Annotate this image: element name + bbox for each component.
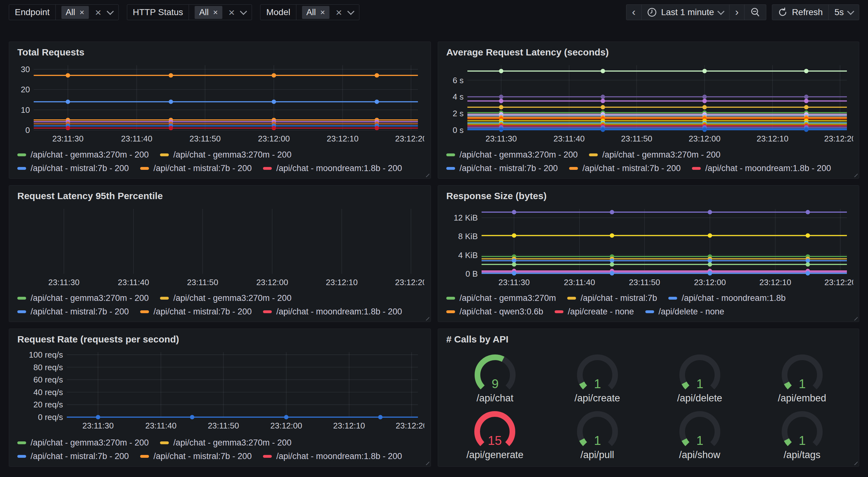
legend-item[interactable]: /api/chat - mistral:7b - 200 xyxy=(140,163,252,173)
chart-area: 23:11:3023:11:4023:11:5023:12:0023:12:10… xyxy=(444,61,853,147)
filter-chip[interactable]: All × xyxy=(195,6,222,19)
legend-item[interactable]: /api/chat - mistral:7b - 200 xyxy=(140,451,252,461)
series-point xyxy=(499,99,503,103)
y-axis-tick-label: 0 s xyxy=(453,125,464,135)
legend-label: /api/chat - mistral:7b - 200 xyxy=(582,163,681,173)
legend-item[interactable]: /api/chat - mistral:7b - 200 xyxy=(569,163,681,173)
chevron-down-icon[interactable] xyxy=(347,8,354,15)
gauge[interactable]: 1/api/show xyxy=(673,409,726,460)
series-point xyxy=(190,415,194,419)
legend-swatch xyxy=(446,167,455,170)
panel-request-rate: Request Rate (requests per second) 23:11… xyxy=(9,329,431,467)
chip-remove-icon[interactable]: × xyxy=(80,8,84,17)
panel-title[interactable]: Request Latency 95th Percentile xyxy=(17,190,425,201)
legend-item[interactable]: /api/chat - mistral:7b - 200 xyxy=(17,307,129,317)
time-controls: ‹ Last 1 minute › xyxy=(626,4,859,20)
legend-item[interactable]: /api/chat - moondream:1.8b xyxy=(668,293,785,303)
legend-item[interactable]: /api/chat - gemma3:270m - 200 xyxy=(446,150,578,160)
refresh-button[interactable]: Refresh xyxy=(772,5,828,20)
refresh-interval-dropdown[interactable]: 5s xyxy=(828,5,859,20)
chevron-down-icon[interactable] xyxy=(240,8,247,15)
chevron-down-icon[interactable] xyxy=(106,8,114,15)
filter-model-select[interactable]: All × × xyxy=(297,5,359,20)
legend-item[interactable]: /api/delete - none xyxy=(645,307,724,317)
legend-item[interactable]: /api/chat - gemma3:270m - 200 xyxy=(160,438,291,448)
legend-swatch xyxy=(140,167,149,170)
chart-canvas[interactable]: 23:11:3023:11:4023:11:5023:12:0023:12:10… xyxy=(15,205,424,289)
gauge[interactable]: 1/api/embed xyxy=(775,352,829,404)
legend-label: /api/chat - gemma3:270m - 200 xyxy=(31,438,149,448)
y-axis-tick-label: 6 s xyxy=(453,76,464,85)
legend-item[interactable]: /api/chat - mistral:7b - 200 xyxy=(446,163,558,173)
panel-title[interactable]: # Calls by API xyxy=(446,334,853,345)
filter-clear-icon[interactable]: × xyxy=(336,7,342,18)
legend-item[interactable]: /api/chat - mistral:7b - 200 xyxy=(17,163,129,173)
legend-item[interactable]: /api/chat - gemma3:270m - 200 xyxy=(17,150,149,160)
filter-endpoint-select[interactable]: All × × xyxy=(56,5,118,20)
legend-item[interactable]: /api/chat - moondream:1.8b - 200 xyxy=(263,307,402,317)
filter-clear-icon[interactable]: × xyxy=(229,7,235,18)
series-point xyxy=(378,415,383,419)
filter-http-status-select[interactable]: All × × xyxy=(189,5,252,20)
chart-canvas[interactable]: 23:11:3023:11:4023:11:5023:12:0023:12:10… xyxy=(444,61,853,145)
panel-title[interactable]: Average Request Latency (seconds) xyxy=(446,47,853,58)
legend-swatch xyxy=(17,455,26,458)
legend-item[interactable]: /api/chat - gemma3:270m - 200 xyxy=(160,150,291,160)
gauge-arc: 15 xyxy=(468,409,522,449)
legend-item[interactable]: /api/chat - moondream:1.8b - 200 xyxy=(692,163,831,173)
chevron-left-icon: ‹ xyxy=(632,6,636,18)
legend-swatch xyxy=(645,310,654,313)
x-axis-tick-label: 23:11:40 xyxy=(145,421,176,430)
panel-title[interactable]: Request Rate (requests per second) xyxy=(17,334,425,345)
chart-canvas[interactable]: 23:11:3023:11:4023:11:5023:12:0023:12:10… xyxy=(15,348,424,432)
legend-item[interactable]: /api/chat - gemma3:270m - 200 xyxy=(589,150,720,160)
legend-item[interactable]: /api/chat - mistral:7b - 200 xyxy=(17,451,129,461)
x-axis-tick-label: 23:11:30 xyxy=(486,134,517,143)
legend-item[interactable]: /api/chat - moondream:1.8b - 200 xyxy=(263,451,402,461)
chart-area: 23:11:3023:11:4023:11:5023:12:0023:12:10… xyxy=(444,205,853,290)
legend-item[interactable]: /api/create - none xyxy=(555,307,634,317)
panel-average-latency: Average Request Latency (seconds) 23:11:… xyxy=(438,41,859,179)
series-point xyxy=(806,271,810,276)
legend-item[interactable]: /api/chat - gemma3:270m xyxy=(446,293,556,303)
legend-swatch xyxy=(160,297,169,300)
time-range-button[interactable]: Last 1 minute xyxy=(641,5,729,20)
panel-title[interactable]: Response Size (bytes) xyxy=(446,190,853,201)
gauge[interactable]: 15/api/generate xyxy=(466,409,523,460)
legend-row: /api/chat - gemma3:270m - 200/api/chat -… xyxy=(17,150,425,160)
legend-swatch xyxy=(589,153,598,156)
series-point xyxy=(284,415,288,419)
filter-clear-icon[interactable]: × xyxy=(95,7,101,18)
chip-remove-icon[interactable]: × xyxy=(320,8,325,17)
legend-item[interactable]: /api/chat - qwen3:0.6b xyxy=(446,307,543,317)
x-axis-tick-label: 23:11:30 xyxy=(499,277,530,287)
legend-item[interactable]: /api/chat - gemma3:270m - 200 xyxy=(17,293,149,303)
legend-item[interactable]: /api/chat - mistral:7b - 200 xyxy=(140,307,252,317)
zoom-out-button[interactable] xyxy=(744,5,766,20)
chip-remove-icon[interactable]: × xyxy=(213,8,218,17)
filter-chip[interactable]: All × xyxy=(61,6,89,19)
time-forward-button[interactable]: › xyxy=(729,5,744,20)
legend: /api/chat - gemma3:270m - 200/api/chat -… xyxy=(15,150,425,176)
time-back-button[interactable]: ‹ xyxy=(626,5,641,20)
gauge[interactable]: 1/api/tags xyxy=(775,409,829,460)
chart-canvas[interactable]: 23:11:3023:11:4023:11:5023:12:0023:12:10… xyxy=(15,61,424,145)
series-point xyxy=(804,105,808,109)
legend-label: /api/chat - mistral:7b - 200 xyxy=(31,307,129,317)
series-point xyxy=(499,128,503,132)
filter-chip[interactable]: All × xyxy=(302,6,330,19)
legend-item[interactable]: /api/chat - gemma3:270m - 200 xyxy=(160,293,291,303)
gauge[interactable]: 1/api/create xyxy=(571,352,624,404)
chart-canvas[interactable]: 23:11:3023:11:4023:11:5023:12:0023:12:10… xyxy=(444,205,853,289)
filter-model-label: Model xyxy=(260,5,296,20)
x-axis-tick-label: 23:12:10 xyxy=(333,421,365,430)
legend-item[interactable]: /api/chat - mistral:7b xyxy=(567,293,657,303)
panel-total-requests: Total Requests 23:11:3023:11:4023:11:502… xyxy=(9,41,431,179)
gauge[interactable]: 1/api/delete xyxy=(673,352,726,404)
gauge[interactable]: 1/api/pull xyxy=(571,409,624,460)
panel-title[interactable]: Total Requests xyxy=(17,47,425,58)
gauge[interactable]: 9/api/chat xyxy=(468,352,522,404)
series-point xyxy=(610,233,614,238)
legend-item[interactable]: /api/chat - gemma3:270m - 200 xyxy=(17,438,149,448)
legend-item[interactable]: /api/chat - moondream:1.8b - 200 xyxy=(263,163,402,173)
